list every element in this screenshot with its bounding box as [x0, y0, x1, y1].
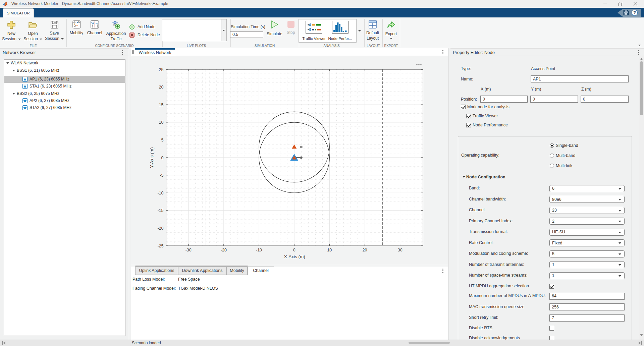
dropdown-modulation-and-coding-scheme[interactable]: 5 [549, 250, 625, 257]
node-star-icon [22, 84, 28, 89]
tab-simulator[interactable]: SIMULATOR [3, 8, 34, 17]
bottom-panel-grip[interactable] [132, 269, 134, 272]
bottom-tab-channel[interactable]: Channel [248, 267, 274, 275]
bottom-tab-mobility[interactable]: Mobility [226, 267, 248, 275]
node-configuration-collapse-icon[interactable] [462, 176, 466, 178]
checkbox-ht-mpdu-aggregation-selection[interactable] [549, 284, 554, 289]
name-input[interactable]: AP1 [531, 75, 629, 82]
document-tab-menu-icon[interactable] [440, 49, 445, 55]
channel-property-label: Fading Channel Model: [132, 286, 176, 291]
checkbox-disable-rts[interactable] [549, 326, 554, 331]
network-plot[interactable]: -30-20-100102030-25-20-15-10-50510152025… [131, 56, 448, 265]
restore-button[interactable] [613, 0, 628, 8]
dropdown-rate-control[interactable]: Fixed [549, 239, 625, 246]
close-button[interactable] [628, 0, 643, 8]
dropdown-primary-channel-index[interactable]: 2 [549, 218, 625, 225]
skip-to-end-icon[interactable] [638, 341, 642, 345]
field-label-number-of-space-time-streams: Number of space-time streams: [469, 273, 527, 278]
radio-multi-link[interactable] [550, 164, 554, 168]
radio-single-band[interactable] [550, 143, 554, 148]
delete-node-button[interactable]: Delete Node [129, 32, 160, 38]
dropdown-channel-bandwidth[interactable]: 80e6 [549, 196, 625, 203]
tree-expander-icon[interactable] [6, 62, 9, 64]
quick-access-toolbar: ? [618, 9, 641, 17]
scroll-down-icon[interactable] [640, 334, 643, 336]
axes-toolbar-ellipsis-icon[interactable] [420, 64, 421, 65]
save-session-button[interactable]: Save Session [44, 20, 65, 41]
simulate-button[interactable]: Simulate [267, 20, 282, 36]
open-session-button[interactable]: Open Session [22, 20, 44, 42]
channel-button[interactable]: Channel [84, 20, 105, 36]
tree-item-label: AP2 (6, 27) 6085 MHz [30, 97, 69, 104]
axes-toolbar-ellipsis-icon[interactable] [416, 64, 417, 65]
input-maximum-number-of-mpdus-in-a-mpdu[interactable]: 64 [549, 293, 625, 300]
node-performance-button[interactable] [332, 21, 348, 34]
divider [0, 56, 129, 56]
mark-node-checkbox[interactable] [461, 105, 466, 109]
node-configuration-header[interactable]: Node Configuration [466, 175, 505, 179]
left-splitter[interactable] [129, 48, 129, 340]
help-icon[interactable]: ? [632, 10, 638, 16]
station-marker[interactable] [300, 156, 303, 159]
scrollbar-thumb[interactable] [640, 61, 643, 115]
network-browser-title: Network Browser [3, 50, 36, 55]
tree-item-wlan[interactable]: WLAN Network [4, 60, 125, 67]
input-mac-transmission-queue-size[interactable]: 256 [549, 303, 625, 310]
add-node-button[interactable]: Add Node [129, 24, 155, 30]
collapse-ribbon-icon[interactable] [637, 44, 642, 47]
status-scrollbar-thumb[interactable] [409, 342, 450, 344]
position-x-input[interactable]: 0 [480, 96, 528, 103]
dropdown-number-of-space-time-streams[interactable]: 1 [549, 272, 625, 279]
tree-item-ap1[interactable]: AP1 (6, 23) 6065 MHz [4, 76, 125, 83]
dropdown-transmission-format[interactable]: HE-SU [549, 229, 625, 236]
stop-button[interactable]: Stop [283, 20, 298, 35]
default-layout-button[interactable]: Default Layout [362, 20, 383, 41]
chevron-down-icon [619, 253, 621, 255]
tree-expander-icon[interactable] [12, 93, 15, 95]
radio-multi-band[interactable] [550, 154, 554, 158]
network-browser-menu-icon[interactable] [120, 50, 125, 55]
tree-item-bss2[interactable]: BSS2 (6, 25) 6075 MHz [4, 90, 125, 97]
traffic-viewer-checkbox[interactable] [466, 114, 471, 118]
input-short-retry-limit[interactable]: 7 [549, 314, 625, 322]
export-button[interactable]: Export [381, 20, 401, 39]
matlab-logo-icon [2, 1, 9, 7]
live-plots-gallery[interactable] [162, 19, 221, 41]
position-y-input[interactable]: 0 [530, 96, 578, 103]
bottom-tab-uplink-applications[interactable]: Uplink Applications [135, 267, 178, 275]
application-traffic-button[interactable]: Application Traffic [105, 20, 127, 42]
scroll-up-icon[interactable] [640, 58, 643, 60]
dropdown-channel[interactable]: 23 [549, 207, 625, 214]
bottom-panel-menu-icon[interactable] [440, 268, 445, 273]
axes-toolbar-ellipsis-icon[interactable] [418, 64, 419, 65]
dropdown-number-of-transmit-antennas[interactable]: 1 [549, 261, 625, 268]
position-z-input[interactable]: 0 [581, 96, 629, 103]
simulation-time-input[interactable]: 0.5 [230, 31, 263, 38]
document-tab-grip[interactable] [132, 50, 134, 54]
checkbox-disable-acknowledgements[interactable] [549, 336, 554, 340]
tree-item-ap2[interactable]: AP2 (6, 27) 6085 MHz [4, 97, 125, 104]
node-star-icon [22, 98, 28, 103]
tree-item-sta2[interactable]: STA2 (6, 27) 6085 MHz [4, 104, 125, 111]
application-traffic-icon [112, 20, 120, 29]
tree-item-bss1[interactable]: BSS1 (6, 21) 6055 MHz [4, 67, 125, 74]
tree-expander-icon[interactable] [12, 70, 15, 71]
radio-label-multi-band: Multi-band [556, 153, 575, 158]
property-editor-menu-icon[interactable] [636, 50, 641, 55]
skip-to-start-icon[interactable] [2, 341, 6, 345]
right-splitter[interactable] [448, 48, 448, 340]
tree-item-sta1[interactable]: STA1 (6, 23) 6065 MHz [4, 83, 125, 90]
y-tick-label: 0 [161, 156, 164, 160]
live-plots-gallery-expand-button[interactable] [221, 19, 227, 41]
analysis-gallery-expand-button[interactable] [358, 19, 363, 43]
bottom-tab-downlink-applications[interactable]: Downlink Applications [178, 267, 226, 275]
minimize-button[interactable] [598, 0, 612, 8]
quick-save-icon[interactable] [623, 10, 629, 15]
traffic-viewer-button[interactable] [306, 21, 322, 34]
position-label: Position: [461, 97, 477, 102]
station-marker[interactable] [300, 146, 303, 148]
dropdown-band[interactable]: 6 [549, 185, 625, 192]
tab-wireless-network[interactable]: Wireless Network [135, 48, 175, 56]
new-session-button[interactable]: New Session [1, 20, 22, 42]
node-performance-checkbox[interactable] [466, 123, 471, 127]
